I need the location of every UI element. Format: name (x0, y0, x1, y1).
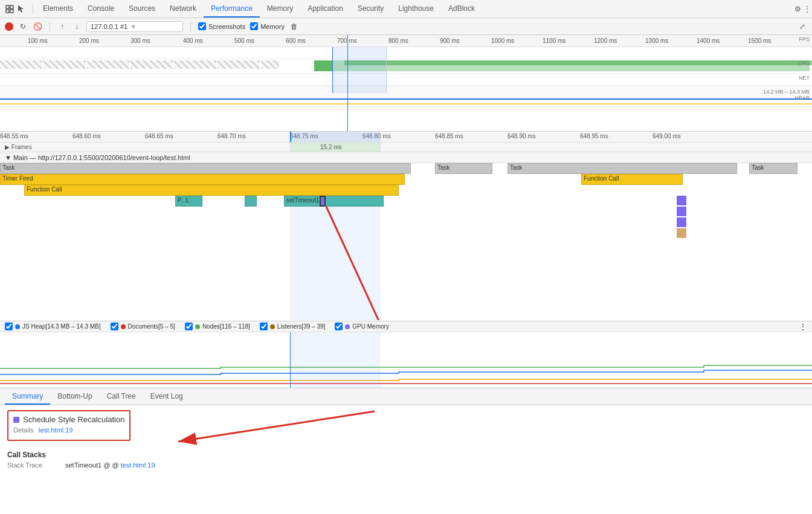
cpu-label: CPU (798, 60, 810, 66)
time-ruler: 100 ms 200 ms 300 ms 400 ms 500 ms 600 m… (0, 35, 812, 47)
tab-security[interactable]: Security (350, 0, 391, 18)
heap-overview-row: 14.2 MB – 14.3 MB HEAP (0, 86, 812, 110)
record-button[interactable] (5, 22, 13, 31)
details-link[interactable]: test.html:19 (39, 426, 73, 434)
task-bar-2[interactable]: Task (435, 163, 492, 174)
detail-tick-0: 648.55 ms (0, 133, 28, 140)
tick-100ms: 100 ms (28, 37, 48, 44)
tab-call-tree[interactable]: Call Tree (100, 388, 143, 405)
call-stacks-title: Call Stacks (7, 451, 805, 459)
screenshots-checkbox[interactable] (198, 22, 206, 30)
detail-tick-7: 648.90 ms (507, 133, 536, 140)
task-bar-4[interactable]: Task (749, 163, 798, 174)
tab-bottom-up[interactable]: Bottom-Up (50, 388, 99, 405)
tick-800ms: 800 ms (388, 37, 408, 44)
small-bar[interactable] (245, 196, 257, 207)
nodes-checkbox[interactable] (185, 323, 193, 330)
js-heap-checkbox[interactable] (5, 323, 13, 330)
upload-icon[interactable]: ↑ (57, 22, 67, 31)
tab-console[interactable]: Console (80, 0, 121, 18)
documents-legend: Documents[5 – 5] (111, 323, 175, 330)
timeline-cursor (347, 35, 348, 131)
summary-content: Schedule Style Recalculation Details tes… (0, 405, 812, 476)
summary-title: Schedule Style Recalculation (13, 415, 124, 424)
tick-1100ms: 1100 ms (543, 37, 566, 44)
tab-summary[interactable]: Summary (5, 388, 50, 405)
main-thread-header: ▼ Main — http://127.0.0.1:5500/20200610/… (0, 152, 812, 163)
tab-application[interactable]: Application (300, 0, 350, 18)
delete-icon[interactable]: 🗑 (289, 22, 299, 31)
settings-icon[interactable]: ⚙ (793, 4, 802, 14)
svg-rect-1 (10, 5, 13, 8)
function-call-bar-1[interactable]: Function Call (24, 185, 399, 196)
detail-tick-5: 648.80 ms (362, 133, 391, 140)
tab-network[interactable]: Network (163, 0, 204, 18)
details-row: Details test.html:19 (13, 426, 124, 434)
pl-bar[interactable]: P...L (175, 196, 202, 207)
tab-memory[interactable]: Memory (260, 0, 300, 18)
memory-graph (0, 332, 812, 388)
memory-checkbox[interactable] (250, 22, 258, 30)
selection-duration: 15.2 ms (320, 144, 342, 150)
memory-section: JS Heap[14.3 MB – 14.3 MB] Documents[5 –… (0, 321, 812, 388)
tab-sources[interactable]: Sources (121, 0, 163, 18)
summary-box: Schedule Style Recalculation Details tes… (7, 410, 130, 441)
fps-overview-row: FPS (0, 47, 812, 59)
documents-checkbox[interactable] (111, 323, 118, 330)
screenshots-checkbox-label[interactable]: Screenshots (198, 22, 245, 30)
tab-elements[interactable]: Elements (36, 0, 80, 18)
tick-600ms: 600 ms (286, 37, 306, 44)
settimeout1-bar[interactable]: setTimeout1 (284, 196, 384, 207)
cursor-icon[interactable] (16, 4, 25, 14)
clear-icon[interactable]: 🚫 (33, 22, 42, 31)
tab-adblock[interactable]: AdBlock (441, 0, 482, 18)
more-icon[interactable]: ⋮ (802, 4, 812, 14)
purple-bar-3 (677, 217, 686, 227)
stack-trace-value: setTimeout1 @ @ test.html:19 (65, 461, 155, 469)
memory-checkbox-label[interactable]: Memory (250, 22, 285, 30)
tick-400ms: 400 ms (183, 37, 203, 44)
task-bar-3[interactable]: Task (507, 163, 737, 174)
detail-tick-6: 648.85 ms (435, 133, 463, 140)
expand-icon[interactable]: ⤢ (798, 22, 807, 31)
stack-trace-label: Stack Trace (7, 461, 56, 469)
inspect-icon[interactable] (5, 4, 14, 14)
task-bar-1[interactable]: Task (0, 163, 411, 174)
frames-label[interactable]: ▶ Frames (5, 144, 32, 150)
flame-chart[interactable]: Task Task Task Task Timer Fired Function… (0, 163, 812, 320)
fps-label: FPS (799, 36, 810, 42)
stack-trace-link[interactable]: test.html:19 (121, 461, 155, 469)
nav-tabs-bar: Elements Console Sources Network Perform… (0, 0, 812, 18)
timer-fired-bar[interactable]: Timer Fired (0, 174, 405, 185)
net-overview-row: NET (0, 74, 812, 86)
main-thread-section: ▼ Main — http://127.0.0.1:5500/20200610/… (0, 152, 812, 321)
tab-event-log[interactable]: Event Log (143, 388, 190, 405)
bottom-panel: Summary Bottom-Up Call Tree Event Log Sc… (0, 388, 812, 512)
detail-tick-2: 648.65 ms (145, 133, 173, 140)
purple-bar-2 (677, 207, 686, 216)
url-display: 127.0.0.1 #1 ▼ (86, 21, 183, 32)
tick-900ms: 900 ms (440, 37, 460, 44)
tick-500ms: 500 ms (234, 37, 254, 44)
expand-memory-icon[interactable]: ⋮ (799, 322, 807, 332)
detail-tick-3: 648.70 ms (218, 133, 246, 140)
svg-rect-2 (6, 10, 9, 13)
tick-200ms: 200 ms (79, 37, 99, 44)
download-icon[interactable]: ↓ (72, 22, 82, 31)
nodes-legend: Nodes[116 – 118] (185, 323, 250, 330)
frames-section: ▶ Frames 15.2 ms (0, 143, 812, 152)
svg-line-5 (326, 207, 423, 320)
reload-icon[interactable]: ↻ (18, 22, 28, 31)
function-call-bar-2[interactable]: Function Call (581, 174, 683, 185)
tab-lighthouse[interactable]: Lighthouse (391, 0, 441, 18)
gpu-memory-legend: GPU Memory (335, 323, 389, 330)
memory-header: JS Heap[14.3 MB – 14.3 MB] Documents[5 –… (0, 321, 812, 332)
record-toolbar: ↻ 🚫 ↑ ↓ 127.0.0.1 #1 ▼ Screenshots Memor… (0, 18, 812, 35)
detail-ruler: 648.55 ms 648.60 ms 648.65 ms 648.70 ms … (0, 132, 812, 143)
listeners-checkbox[interactable] (260, 323, 268, 330)
gpu-memory-checkbox[interactable] (335, 323, 343, 330)
purple-bar-1 (677, 196, 686, 205)
tab-performance[interactable]: Performance (204, 0, 260, 18)
tick-1000ms: 1000 ms (491, 37, 514, 44)
selected-item-bar[interactable] (320, 196, 326, 207)
